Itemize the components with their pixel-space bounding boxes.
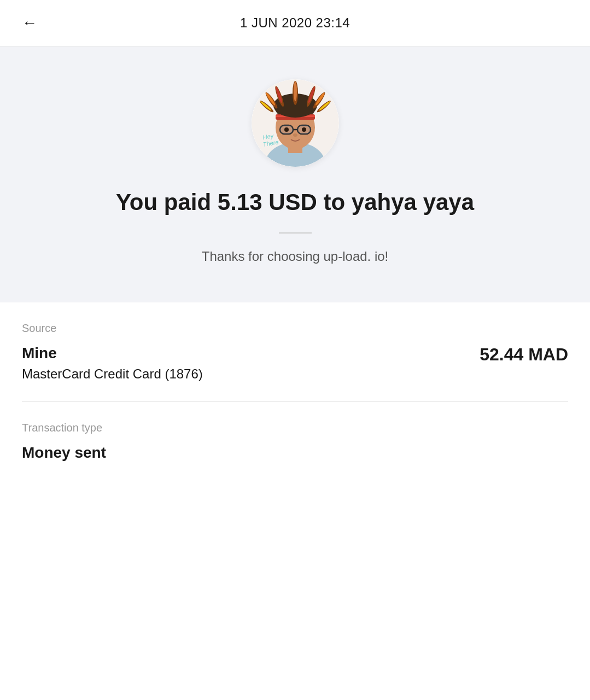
source-label: Source <box>22 322 568 335</box>
svg-point-29 <box>302 127 306 132</box>
source-row: Mine MasterCard Credit Card (1876) 52.44… <box>22 345 568 382</box>
transaction-type-label: Transaction type <box>22 422 568 434</box>
details-section: Source Mine MasterCard Credit Card (1876… <box>0 302 590 481</box>
source-card: MasterCard Credit Card (1876) <box>22 366 203 382</box>
svg-point-10 <box>294 81 297 101</box>
svg-point-30 <box>293 133 297 137</box>
header-date: 1 JUN 2020 23:14 <box>240 15 350 31</box>
transaction-type-section: Transaction type Money sent <box>22 402 568 481</box>
avatar: Hey There <box>252 79 339 167</box>
source-left: Mine MasterCard Credit Card (1876) <box>22 345 203 382</box>
source-amount: 52.44 MAD <box>480 345 568 365</box>
title-divider <box>279 232 312 234</box>
hero-section: Hey There You paid 5.13 USD to yahya yay… <box>0 46 590 302</box>
transaction-type-value: Money sent <box>22 444 106 461</box>
header: ← 1 JUN 2020 23:14 <box>0 0 590 46</box>
thanks-message: Thanks for choosing up-load. io! <box>202 249 389 264</box>
back-button[interactable]: ← <box>22 14 37 32</box>
source-section: Source Mine MasterCard Credit Card (1876… <box>22 302 568 402</box>
back-arrow-icon: ← <box>22 14 37 32</box>
source-name: Mine <box>22 345 203 362</box>
payment-title: You paid 5.13 USD to yahya yaya <box>116 189 474 216</box>
avatar-image: Hey There <box>252 79 339 167</box>
svg-point-28 <box>284 127 289 132</box>
